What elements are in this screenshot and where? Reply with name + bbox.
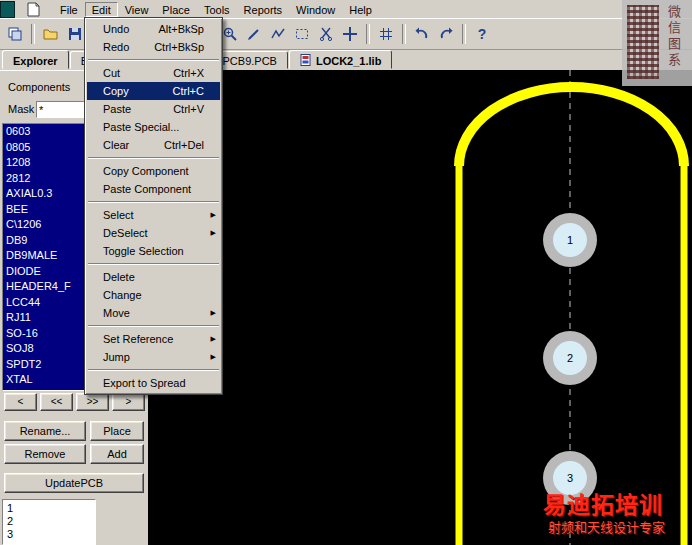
edit-menu-item-paste[interactable]: PasteCtrl+V	[87, 100, 220, 118]
edit-menu-item-move[interactable]: Move▶	[87, 304, 220, 322]
component-item-db9[interactable]: DB9	[3, 233, 97, 249]
cut-icon[interactable]	[314, 22, 338, 45]
pad-label: 3	[567, 472, 573, 484]
pad-list-item-2[interactable]: 2	[7, 515, 95, 528]
help-icon[interactable]: ?	[470, 22, 494, 45]
component-item-xtal[interactable]: XTAL	[3, 372, 97, 388]
component-item-diode[interactable]: DIODE	[3, 264, 97, 280]
menu-bar: FileEditViewPlaceToolsReportsWindowHelp	[0, 0, 692, 18]
edit-menu-item-set-reference[interactable]: Set Reference▶	[87, 330, 220, 348]
grid-icon[interactable]	[374, 22, 398, 45]
pad-list-item-1[interactable]: 1	[7, 502, 95, 515]
menu-item-label: Export to Spread	[103, 374, 186, 392]
nav-next-button[interactable]: >>	[76, 393, 109, 411]
edit-menu-item-toggle-selection[interactable]: Toggle Selection	[87, 242, 220, 260]
edit-menu-item-paste-special[interactable]: Paste Special...	[87, 118, 220, 136]
menu-item-label: Redo	[103, 38, 129, 56]
place-button[interactable]: Place	[90, 421, 144, 441]
document-tab-label: PCB9.PCB	[223, 55, 277, 67]
selection-rect-icon[interactable]	[290, 22, 314, 45]
component-item-1208[interactable]: 1208	[3, 155, 97, 171]
polyline-icon[interactable]	[266, 22, 290, 45]
edit-menu-item-delete[interactable]: Delete	[87, 268, 220, 286]
toolbar-separator	[31, 24, 35, 44]
nav-last-button[interactable]: >	[112, 393, 145, 411]
edit-menu-item-copy-component[interactable]: Copy Component	[87, 162, 220, 180]
menubar-item-edit[interactable]: Edit	[85, 2, 118, 17]
menu-separator	[88, 59, 219, 61]
component-item-soj8[interactable]: SOJ8	[3, 341, 97, 357]
edit-menu-item-deselect[interactable]: DeSelect▶	[87, 224, 220, 242]
pad-number-list[interactable]: 123	[2, 499, 96, 545]
menu-items-container: FileEditViewPlaceToolsReportsWindowHelp	[53, 2, 379, 17]
menubar-item-window[interactable]: Window	[289, 2, 342, 17]
component-item-spdt2[interactable]: SPDT2	[3, 357, 97, 373]
rename-button[interactable]: Rename...	[4, 421, 86, 441]
edit-menu-item-export-to-spread[interactable]: Export to Spread	[87, 374, 220, 392]
menu-item-label: Copy	[103, 82, 129, 100]
component-item-0603[interactable]: 0603	[3, 124, 97, 140]
menubar-item-reports[interactable]: Reports	[237, 2, 290, 17]
menubar-item-place[interactable]: Place	[155, 2, 197, 17]
menu-item-shortcut: Ctrl+Del	[164, 136, 204, 154]
pencil-icon[interactable]	[242, 22, 266, 45]
update-pcb-button[interactable]: UpdatePCB	[4, 473, 144, 493]
submenu-arrow-icon: ▶	[211, 348, 216, 366]
pad-1[interactable]: 1	[543, 213, 597, 267]
document-tab-label: LOCK2_1.lib	[316, 55, 381, 67]
nav-previous-button[interactable]: <<	[40, 393, 73, 411]
open-folder-icon[interactable]	[39, 22, 63, 45]
qr-caption: 微信图系	[664, 5, 683, 81]
submenu-arrow-icon: ▶	[211, 304, 216, 322]
component-item-c-1206[interactable]: C\1206	[3, 217, 97, 233]
explorer-toggle-icon[interactable]	[3, 22, 27, 45]
pads-group: 123	[543, 213, 597, 505]
document-tab-lock2-1-lib[interactable]: LOCK2_1.lib	[289, 50, 392, 69]
edit-dropdown-menu: UndoAlt+BkSpRedoCtrl+BkSpCutCtrl+XCopyCt…	[84, 17, 223, 395]
edit-menu-item-select[interactable]: Select▶	[87, 206, 220, 224]
system-menu-icon[interactable]	[0, 1, 15, 18]
panel-tab-explorer[interactable]: Explorer	[2, 50, 69, 69]
nav-first-button[interactable]: <	[4, 393, 37, 411]
brand-watermark: 易迪拓培训	[543, 486, 663, 520]
redo-icon[interactable]	[434, 22, 458, 45]
component-item-so-16[interactable]: SO-16	[3, 326, 97, 342]
component-item-rj11[interactable]: RJ11	[3, 310, 97, 326]
component-item-db9male[interactable]: DB9MALE	[3, 248, 97, 264]
edit-menu-item-redo[interactable]: RedoCtrl+BkSp	[87, 38, 220, 56]
edit-menu-item-undo[interactable]: UndoAlt+BkSp	[87, 20, 220, 38]
component-item-axial0-3[interactable]: AXIAL0.3	[3, 186, 97, 202]
remove-button[interactable]: Remove	[4, 444, 86, 464]
toolbar-separator	[402, 24, 406, 44]
component-item-header4-f[interactable]: HEADER4_F	[3, 279, 97, 295]
toolbar-separator	[366, 24, 370, 44]
pad-list-item-3[interactable]: 3	[7, 528, 95, 541]
add-button[interactable]: Add	[90, 444, 144, 464]
menubar-item-help[interactable]: Help	[342, 2, 379, 17]
qr-watermark: 微信图系	[622, 0, 692, 86]
edit-menu-item-jump[interactable]: Jump▶	[87, 348, 220, 366]
component-item-lcc44[interactable]: LCC44	[3, 295, 97, 311]
component-item-0805[interactable]: 0805	[3, 140, 97, 156]
edit-menu-item-paste-component[interactable]: Paste Component	[87, 180, 220, 198]
component-item-bee[interactable]: BEE	[3, 202, 97, 218]
menubar-item-tools[interactable]: Tools	[197, 2, 237, 17]
menu-item-label: Clear	[103, 136, 129, 154]
submenu-arrow-icon: ▶	[211, 224, 216, 242]
toolbar-separator	[462, 24, 466, 44]
edit-menu-item-clear[interactable]: ClearCtrl+Del	[87, 136, 220, 154]
menu-item-shortcut: Ctrl+C	[173, 82, 204, 100]
edit-menu-item-cut[interactable]: CutCtrl+X	[87, 64, 220, 82]
edit-menu-item-change[interactable]: Change	[87, 286, 220, 304]
menubar-item-view[interactable]: View	[118, 2, 156, 17]
component-item-2812[interactable]: 2812	[3, 171, 97, 187]
pcb-canvas[interactable]: 123	[148, 70, 692, 545]
pad-2[interactable]: 2	[543, 331, 597, 385]
menubar-item-file[interactable]: File	[53, 2, 85, 17]
document-icon[interactable]	[27, 1, 43, 17]
edit-menu-item-copy[interactable]: CopyCtrl+C	[87, 82, 220, 100]
undo-icon[interactable]	[410, 22, 434, 45]
menu-item-shortcut: Ctrl+V	[173, 100, 204, 118]
move-cross-icon[interactable]	[338, 22, 362, 45]
components-section-title: Components	[8, 81, 70, 93]
